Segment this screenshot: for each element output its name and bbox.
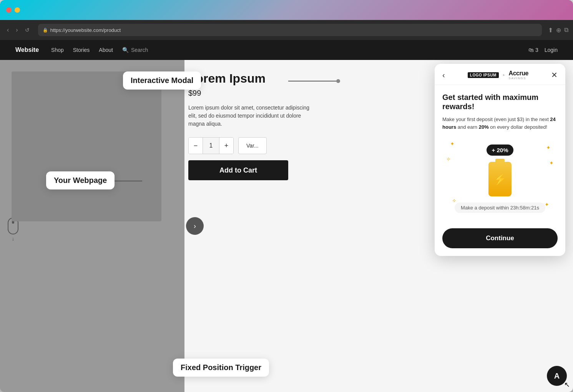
cart-count: 3 — [535, 47, 538, 53]
minimize-button[interactable] — [15, 7, 20, 13]
add-tab-button[interactable]: ⊕ — [556, 27, 561, 34]
deposit-timer: Make a deposit within 23h:58m:21s — [455, 203, 545, 213]
product-image — [12, 71, 161, 221]
nav-stories[interactable]: Stories — [73, 47, 90, 53]
sparkle-3: ✧ — [446, 156, 451, 162]
quantity-increase[interactable]: + — [219, 137, 233, 154]
modal: ‹ LOGO IPSUM + Accrue SAVINGS ✕ Get star… — [435, 64, 565, 256]
battery-bolt-icon: ⚡ — [493, 173, 507, 186]
reward-visual: ✦ ✦ ✧ ✦ ✧ ✦ + 20% ⚡ — [442, 137, 558, 219]
site-logo[interactable]: Website — [15, 47, 39, 53]
sparkle-5: ✧ — [452, 198, 457, 204]
search-icon: 🔍 — [122, 47, 129, 53]
quantity-control[interactable]: − 1 + — [188, 137, 234, 154]
product-image-area: ↑ ↓ › — [0, 60, 184, 392]
nav-shop[interactable]: Shop — [51, 47, 64, 53]
fixed-trigger-button[interactable]: A — [547, 366, 567, 386]
site-search[interactable]: 🔍 Search — [122, 47, 148, 53]
address-bar[interactable]: 🔒 https://yourwebsite.com/product — [38, 24, 542, 36]
browser-window: ‹ › ↺ 🔒 https://yourwebsite.com/product … — [0, 0, 573, 392]
sparkle-1: ✦ — [450, 141, 455, 147]
modal-header: ‹ LOGO IPSUM + Accrue SAVINGS ✕ — [435, 64, 565, 85]
site-nav-links: Shop Stories About 🔍 Search — [51, 47, 528, 53]
add-to-cart-button[interactable]: Add to Cart — [188, 160, 288, 180]
site-nav-right: 🛍 3 Login — [528, 47, 558, 53]
url-text: https://yourwebsite.com/product — [50, 27, 121, 33]
modal-footer: Continue — [435, 225, 565, 256]
share-button[interactable]: ⬆ — [548, 27, 553, 34]
battery-tip — [495, 159, 505, 162]
battery-container: ⚡ — [488, 162, 512, 196]
cart-icon[interactable]: 🛍 3 — [528, 47, 538, 53]
variant-button[interactable]: Var... — [238, 137, 267, 154]
logo-ipsum-text: LOGO IPSUM — [468, 72, 499, 78]
interactive-modal-callout: Interactive Modal — [123, 71, 201, 90]
modal-description: Make your first deposit (even just $3) i… — [442, 116, 558, 131]
modal-back-button[interactable]: ‹ — [442, 71, 445, 80]
site-nav: Website Shop Stories About 🔍 Search 🛍 3 … — [0, 40, 573, 60]
login-link[interactable]: Login — [545, 47, 558, 53]
reward-badge: + 20% — [487, 145, 514, 156]
modal-close-button[interactable]: ✕ — [551, 70, 558, 80]
traffic-lights — [6, 7, 20, 13]
lock-icon: 🔒 — [43, 28, 48, 33]
modal-title: Get started with maximum rewards! — [442, 93, 558, 111]
nav-buttons: ‹ › ↺ — [5, 25, 32, 35]
sparkle-4: ✦ — [549, 160, 554, 166]
scroll-down-icon: ↓ — [12, 236, 15, 241]
product-image-box — [12, 71, 161, 221]
search-label: Search — [131, 47, 148, 53]
battery-body: ⚡ — [488, 162, 512, 196]
quantity-decrease[interactable]: − — [189, 137, 203, 154]
reload-button[interactable]: ↺ — [23, 25, 32, 35]
fixed-position-trigger-callout: Fixed Position Trigger — [173, 359, 269, 377]
browser-actions: ⬆ ⊕ ⧉ — [548, 27, 568, 34]
nav-about[interactable]: About — [99, 47, 113, 53]
modal-logo: LOGO IPSUM + Accrue SAVINGS — [468, 70, 528, 80]
close-button[interactable] — [6, 7, 12, 13]
image-next-button[interactable]: › — [186, 217, 204, 235]
logo-plus: + — [503, 73, 505, 77]
titlebar — [0, 0, 573, 20]
product-description: Lorem ipsum dolor sit amet, consectetur … — [188, 104, 319, 128]
sidebar-button[interactable]: ⧉ — [564, 27, 568, 33]
modal-body: Get started with maximum rewards! Make y… — [435, 85, 565, 225]
your-webpage-callout: Your Webpage — [46, 171, 115, 189]
browser-chrome: ‹ › ↺ 🔒 https://yourwebsite.com/product … — [0, 20, 573, 40]
logo-accrue: Accrue SAVINGS — [509, 70, 528, 80]
back-button[interactable]: ‹ — [5, 25, 11, 35]
forward-button[interactable]: › — [13, 25, 20, 35]
continue-button[interactable]: Continue — [442, 228, 558, 248]
main-content: ↑ ↓ › Lorem Ipsum $99 Lorem ipsum dolor … — [0, 60, 573, 392]
quantity-value: 1 — [203, 137, 219, 154]
sparkle-2: ✦ — [546, 145, 551, 151]
